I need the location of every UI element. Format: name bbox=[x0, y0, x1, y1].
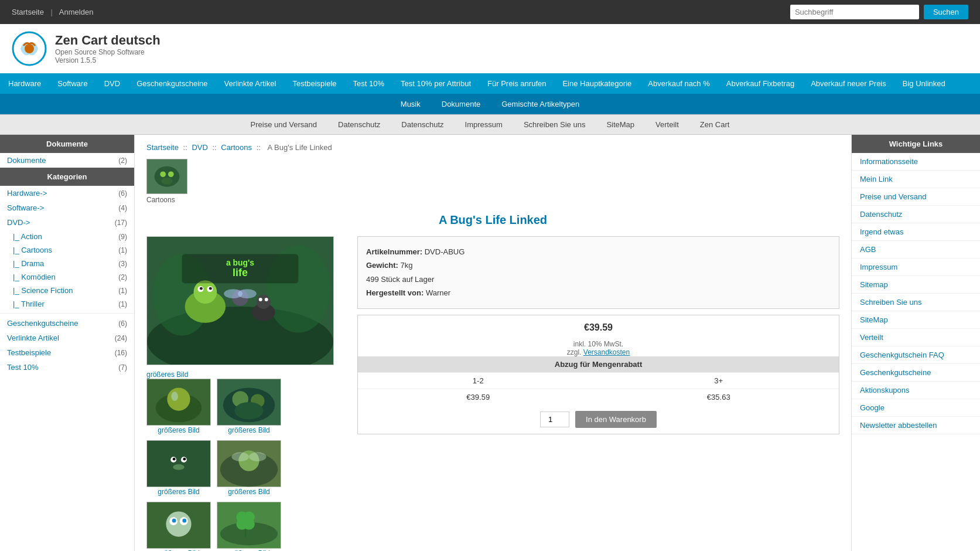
nav-hauptkategorie[interactable]: Eine Hauptkategorie bbox=[554, 73, 640, 94]
sidebar-cat-hardware: Hardware-> (6) bbox=[0, 186, 134, 200]
nav-dokumente[interactable]: Dokumente bbox=[431, 94, 491, 114]
svg-point-23 bbox=[238, 289, 257, 298]
footer-verteilt[interactable]: Verteilt bbox=[645, 115, 689, 134]
manufacturer-value: Warner bbox=[426, 288, 450, 297]
sidebar-verlinkte-count: (24) bbox=[115, 334, 127, 342]
right-sidebar: Wichtige Links Informationsseite Mein Li… bbox=[851, 135, 980, 551]
weight-value: 7kg bbox=[401, 261, 413, 270]
nav-big-unlinked[interactable]: Big Unlinked bbox=[894, 73, 954, 94]
sidebar-komodien: |_ Komödien (2) bbox=[0, 270, 134, 284]
breadcrumb-cartoons[interactable]: Cartoons bbox=[221, 143, 252, 152]
svg-point-1 bbox=[25, 44, 34, 53]
sidebar-action-count: (9) bbox=[118, 233, 127, 241]
thumb-link-4[interactable]: größeres Bild bbox=[228, 488, 269, 496]
svg-point-15 bbox=[200, 287, 203, 290]
search-area: Suchen bbox=[790, 5, 968, 19]
sidebar-hardware-link[interactable]: Hardware-> bbox=[7, 189, 47, 198]
footer-datenschutz1[interactable]: Datenschutz bbox=[327, 115, 391, 134]
sidebar-cartoons-count: (1) bbox=[118, 246, 127, 254]
sidebar-thriller: |_ Thriller (1) bbox=[0, 297, 134, 311]
footer-schreiben[interactable]: Schreiben Sie uns bbox=[513, 115, 596, 134]
sidebar-thriller-link[interactable]: |_ Thriller bbox=[13, 300, 45, 308]
nav-hardware[interactable]: Hardware bbox=[0, 73, 49, 94]
tax-info: inkl. 10% MwSt. zzgl. Versandkosten bbox=[358, 340, 839, 356]
search-button[interactable]: Suchen bbox=[924, 5, 968, 19]
quantity-input[interactable] bbox=[540, 411, 569, 427]
sidebar-verlinkte-link[interactable]: Verlinkte Artikel bbox=[7, 334, 59, 342]
right-link-sitemap[interactable]: Sitemap bbox=[852, 276, 980, 294]
thumb-link-3[interactable]: größeres Bild bbox=[158, 488, 199, 496]
tier1-price: €39.59 bbox=[358, 389, 599, 405]
right-link-newsletter[interactable]: Newsletter abbestellen bbox=[852, 417, 980, 434]
startseite-link[interactable]: Startseite bbox=[12, 8, 44, 16]
footer-impressum[interactable]: Impressum bbox=[455, 115, 513, 134]
nav-abverkauf-neu[interactable]: Abverkauf neuer Preis bbox=[803, 73, 894, 94]
nav-testbeispiele[interactable]: Testbeispiele bbox=[284, 73, 344, 94]
right-link-impressum[interactable]: Impressum bbox=[852, 259, 980, 276]
nav-software[interactable]: Software bbox=[49, 73, 95, 94]
footer-datenschutz2[interactable]: Datenschutz bbox=[391, 115, 454, 134]
nav-abverkauf-nach[interactable]: Abverkauf nach % bbox=[640, 73, 718, 94]
sidebar-test10-count: (7) bbox=[118, 363, 127, 372]
right-link-datenschutz[interactable]: Datenschutz bbox=[852, 206, 980, 223]
sidebar-scifi-link[interactable]: |_ Science Fiction bbox=[13, 286, 73, 295]
sidebar-action-link[interactable]: |_ Action bbox=[13, 232, 42, 241]
left-sidebar: Dokumente Dokumente (2) Kategorien Hardw… bbox=[0, 135, 135, 551]
sidebar-software-link[interactable]: Software-> bbox=[7, 203, 44, 212]
nav-verlinkte[interactable]: Verlinkte Artikel bbox=[216, 73, 285, 94]
anmelden-link[interactable]: Anmelden bbox=[59, 8, 94, 16]
sidebar-dokumente-link[interactable]: Dokumente bbox=[7, 156, 46, 165]
breadcrumb-current: A Bug's Life Linked bbox=[268, 143, 332, 152]
thumb-image-6 bbox=[217, 502, 281, 549]
right-link-schreiben[interactable]: Schreiben Sie uns bbox=[852, 294, 980, 311]
footer-preise[interactable]: Preise und Versand bbox=[240, 115, 327, 134]
manufacturer-row: Hergestellt von: Warner bbox=[366, 286, 831, 300]
right-link-preise[interactable]: Preise und Versand bbox=[852, 188, 980, 206]
svg-point-47 bbox=[249, 452, 266, 461]
nav-gemischte[interactable]: Gemischte Artikeltypen bbox=[491, 94, 590, 114]
thumb-link-1[interactable]: größeres Bild bbox=[158, 426, 199, 434]
product-layout: a bug's life größeres Bild bbox=[146, 236, 839, 551]
sidebar-kategorien-title: Kategorien bbox=[0, 168, 134, 186]
svg-point-16 bbox=[209, 287, 212, 290]
right-link-google[interactable]: Google bbox=[852, 399, 980, 417]
right-link-aktionskupons[interactable]: Aktionskupons bbox=[852, 382, 980, 399]
sidebar-cartoons-link[interactable]: |_ Cartoons bbox=[13, 246, 52, 254]
discount-price-row: €39.59 €35.63 bbox=[358, 389, 839, 405]
right-link-mein-link[interactable]: Mein Link bbox=[852, 171, 980, 188]
footer-sitemap[interactable]: SiteMap bbox=[596, 115, 645, 134]
sidebar-testbeispiele-link[interactable]: Testbeispiele bbox=[7, 348, 51, 357]
right-link-informationsseite[interactable]: Informationsseite bbox=[852, 153, 980, 171]
weight-label: Gewicht: bbox=[366, 261, 398, 270]
footer-zencart[interactable]: Zen Cart bbox=[689, 115, 740, 134]
main-image-link[interactable]: größeres Bild bbox=[146, 370, 188, 379]
nav-dvd[interactable]: DVD bbox=[96, 73, 128, 94]
right-link-geschenkgutscheine[interactable]: Geschenkgutscheine bbox=[852, 364, 980, 382]
shipping-link[interactable]: Versandkosten bbox=[583, 348, 630, 356]
nav-geschenkgutscheine[interactable]: Geschenkgutscheine bbox=[128, 73, 216, 94]
svg-point-40 bbox=[173, 458, 176, 461]
sidebar-drama-link[interactable]: |_ Drama bbox=[13, 259, 44, 268]
add-to-cart-button[interactable]: In den Warenkorb bbox=[575, 411, 657, 428]
right-link-agb[interactable]: AGB bbox=[852, 241, 980, 259]
thumb-link-2[interactable]: größeres Bild bbox=[228, 426, 269, 434]
nav-musik[interactable]: Musik bbox=[390, 94, 431, 114]
cart-row: In den Warenkorb bbox=[358, 405, 839, 434]
right-link-irgend-etwas[interactable]: Irgend etwas bbox=[852, 223, 980, 241]
logo-text: Zen Cart deutsch Open Source Shop Softwa… bbox=[55, 33, 161, 64]
nav-preis-anrufen[interactable]: Für Preis anrufen bbox=[479, 73, 554, 94]
nav-abverkauf-fix[interactable]: Abverkauf Fixbetrag bbox=[718, 73, 803, 94]
sidebar-komodien-link[interactable]: |_ Komödien bbox=[13, 273, 56, 281]
sidebar-geschenkgutscheine-link[interactable]: Geschenkgutscheine bbox=[7, 319, 78, 328]
search-input[interactable] bbox=[790, 5, 919, 19]
right-link-verteilt[interactable]: Verteilt bbox=[852, 329, 980, 346]
sidebar-test10-link[interactable]: Test 10% bbox=[7, 363, 38, 372]
nav-test10-attr[interactable]: Test 10% per Attribut bbox=[392, 73, 479, 94]
right-link-geschenkgutschein-faq[interactable]: Geschenkgutschein FAQ bbox=[852, 346, 980, 364]
sidebar-dvd-link[interactable]: DVD-> bbox=[7, 218, 30, 227]
right-link-sitemap2[interactable]: SiteMap bbox=[852, 311, 980, 329]
product-category-image bbox=[146, 159, 187, 194]
nav-test10[interactable]: Test 10% bbox=[345, 73, 392, 94]
breadcrumb-dvd[interactable]: DVD bbox=[192, 143, 207, 152]
breadcrumb-startseite[interactable]: Startseite bbox=[146, 143, 179, 152]
